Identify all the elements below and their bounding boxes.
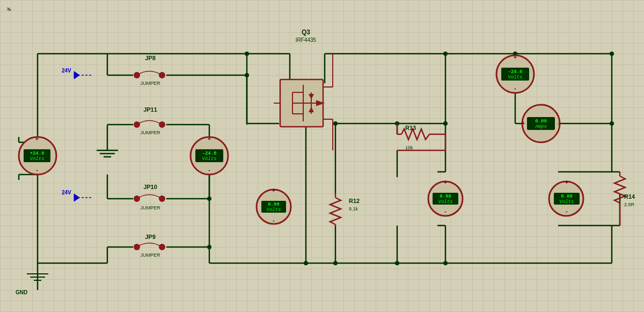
grid-background [0,0,644,312]
close-button[interactable]: × [6,5,10,13]
